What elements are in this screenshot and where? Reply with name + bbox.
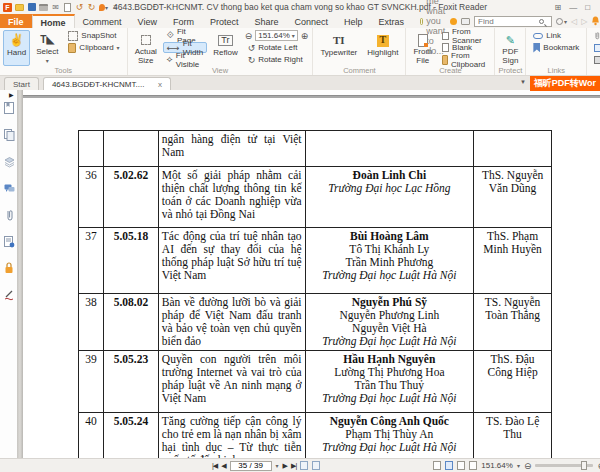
next-page-icon[interactable]: ▶ [283,462,287,470]
find-input[interactable] [475,17,539,26]
highlight-button[interactable]: T Highlight [363,30,402,66]
menu-tab-form[interactable]: Form [165,14,202,28]
menu-tab-protect[interactable]: Protect [202,14,247,28]
open-icon[interactable] [15,3,24,12]
select-icon: T◣ [40,33,54,47]
link-button[interactable]: Link [529,30,583,41]
facing-view-icon[interactable] [457,461,465,470]
zoom-level-status[interactable]: 151.64% [481,461,513,470]
previous-page-icon[interactable]: ◀ [221,462,225,470]
maximize-icon[interactable]: □ [585,3,590,12]
typewriter-button[interactable]: TI Typewriter [316,30,361,66]
rotate-right-button[interactable]: ↻ Rotate Right [244,54,310,65]
author-university: Trường Đại học Luật Hà Nội [309,392,471,405]
layers-panel-icon[interactable] [3,156,15,168]
toolbar-overflow-caret[interactable]: ▼ [520,79,526,85]
tab-start[interactable]: Start [4,77,39,90]
first-page-icon[interactable]: |◀ [212,462,217,470]
menu-tab-share[interactable]: Share [246,14,286,28]
find-previous-icon[interactable]: ◁ [571,17,577,26]
new-document-icon[interactable] [63,3,72,12]
author-member: Trần Thu Thuỷ [309,379,471,392]
rotate-left-button[interactable]: ↺ Rotate Left [244,42,310,53]
find-options-icon[interactable]: ▾ [556,18,567,25]
zoom-level-dropdown[interactable]: 151.64%▾ [255,30,298,41]
from-scanner-button[interactable]: From Scanner [438,30,491,41]
close-tab-icon[interactable]: x [158,80,162,89]
camera-icon[interactable] [461,18,470,25]
last-page-icon[interactable]: ▶| [291,462,296,470]
pdf-sign-button[interactable]: ✎ PDF Sign [498,30,522,66]
zoom-out-button[interactable]: ⊖ [524,461,532,471]
zoom-dropdown-caret[interactable]: ▾ [517,462,520,469]
panel-expand-icon[interactable]: ▶ [9,91,14,98]
customize-toolbar-icon[interactable]: ≡ [111,3,120,12]
menu-tab-help[interactable]: Help [336,14,371,28]
clipboard-button[interactable]: Clipboard▾ [64,42,123,53]
select-button[interactable]: T◣ Select▾ [32,30,62,66]
zoom-slider[interactable] [535,464,593,467]
group-label-tools: Tools [55,66,73,75]
author-member: Nguyễn Phương Linh [309,309,471,322]
minimize-icon[interactable]: — [569,3,577,12]
tab-document[interactable]: 4643.BGDĐT-KHCNMT.... x [43,77,171,90]
print-icon[interactable] [39,3,48,12]
cell-authors: Hầu Hạnh NguyênLường Thị Phương HoaTrần … [306,351,475,412]
attachments-panel-icon[interactable] [3,209,15,221]
email-icon[interactable]: ✉ [51,3,60,12]
cell-title: Một số giải pháp nhằm cải thiện chất lượ… [159,167,306,227]
tell-me-box[interactable]: Tell me what you want to do... [420,14,450,28]
bookmark-button[interactable]: Bookmark [529,42,583,53]
fields-panel-icon[interactable] [3,236,15,248]
hand-button[interactable]: ✌ Hand [3,30,30,66]
menu-tab-file[interactable]: File [0,14,32,28]
page-dropdown-caret[interactable]: ▾ [276,462,279,469]
next-view-icon[interactable] [312,461,320,470]
find-next-icon[interactable]: ▷ [581,17,587,26]
bookmarks-panel-icon[interactable] [3,102,15,114]
save-icon[interactable] [27,3,36,12]
menu-tab-view[interactable]: View [130,14,165,28]
author-university: Trường Đại học Lạc Hồng [309,182,471,195]
menu-tab-connect[interactable]: Connect [286,14,336,28]
previous-view-icon[interactable] [300,461,308,470]
menu-tab-extras[interactable]: Extras [371,14,413,28]
zoom-out-icon[interactable]: ⊖ [245,31,253,41]
cell-number: 38 [79,294,104,350]
table-row: 375.05.18Tác động của trí tuệ nhân tạo A… [79,228,552,294]
rotate-right-icon: ↻ [248,55,256,65]
menubar-right-cluster: ▾ ◁ ▷ F [450,14,600,28]
comments-panel-icon[interactable] [3,183,15,195]
ribbon-group-create: From File From Scanner Blank From Clipbo… [406,28,495,75]
author-member: Phạm Thị Thùy An [309,428,471,441]
menu-tab-comment[interactable]: Comment [75,14,130,28]
zoom-slider-thumb[interactable] [581,461,587,470]
update-icon[interactable] [450,18,457,25]
fit-visible-button[interactable]: ⟡ Fit Visible [163,54,207,65]
ribbon-options-icon[interactable]: ⊞ [554,3,561,12]
document-view[interactable]: ngân hàng điện tử tại Việt Nam365.02.62M… [23,90,600,458]
audio-video-button[interactable]: Audio & Video [590,54,600,65]
page-number-input[interactable] [230,461,272,471]
cell-authors: Nguyễn Phú SỹNguyễn Phương LinhNguyễn Vi… [306,294,475,350]
pages-panel-icon[interactable] [3,129,15,141]
file-attachment-button[interactable]: File Attachment [590,30,600,41]
undo-icon[interactable]: ↺ [75,3,84,12]
continuous-view-icon[interactable] [445,461,453,470]
notification-bell-icon[interactable] [591,16,600,26]
snapshot-button[interactable]: SnapShot [64,30,123,41]
security-panel-icon[interactable] [3,262,15,274]
quick-tool-icon[interactable]: ▾ [99,3,108,12]
redo-icon[interactable]: ↻ [87,3,96,12]
continuous-facing-view-icon[interactable] [469,461,477,470]
search-icon[interactable] [539,19,544,24]
actual-size-button[interactable]: Actual Size [131,30,161,66]
ribbon-group-links: Link Bookmark Links [526,28,587,75]
menu-tab-home[interactable]: Home [32,14,75,28]
image-annotation-button[interactable]: Image Annotation [590,42,600,53]
single-page-view-icon[interactable] [433,461,441,470]
signature-panel-icon[interactable] [3,289,15,301]
pdf-to-word-badge[interactable]: 福昕PDF转Wor [530,76,600,91]
reflow-button[interactable]: Tr Reflow [209,30,241,66]
zoom-in-icon[interactable]: ⊕ [301,31,309,41]
